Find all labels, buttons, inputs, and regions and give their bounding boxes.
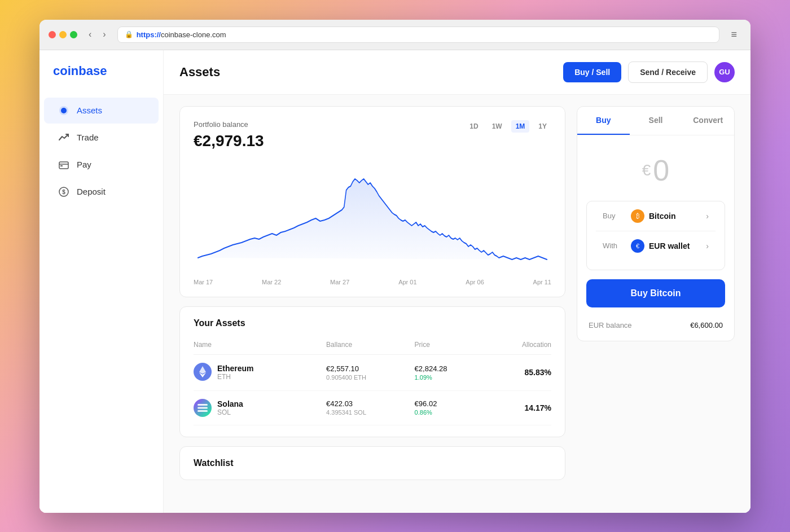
chart-label-0: Mar 17 (194, 279, 213, 285)
time-filter-1d[interactable]: 1D (465, 120, 482, 133)
eur-balance-label: EUR balance (589, 321, 632, 329)
svg-rect-9 (198, 407, 208, 408)
back-button[interactable]: ‹ (84, 27, 96, 42)
eth-name: Ethereum (217, 364, 254, 373)
sol-name: Solana (217, 399, 243, 408)
minimize-button[interactable] (59, 31, 67, 38)
table-row[interactable]: Ethereum ETH €2,557.10 0.905400 ETH (194, 354, 551, 390)
trade-icon (58, 131, 70, 144)
forward-button[interactable]: › (98, 27, 110, 42)
eth-price-change: 1.09% (415, 374, 487, 381)
trade-selectors: Buy ₿ Bitcoin › With € (586, 201, 725, 270)
chart-label-4: Apr 06 (466, 279, 484, 285)
buy-bitcoin-button[interactable]: Buy Bitcoin (586, 279, 725, 307)
svg-point-1 (61, 108, 67, 113)
content-area: Portfolio balance €2,979.13 1D 1W 1M 1Y (164, 95, 750, 491)
buy-selector[interactable]: Buy ₿ Bitcoin › (596, 201, 716, 231)
header-actions: Buy / Sell Send / Receive GU (563, 61, 735, 83)
time-filter-1w[interactable]: 1W (488, 120, 507, 133)
main-header: Assets Buy / Sell Send / Receive GU (164, 50, 750, 95)
sol-symbol: SOL (217, 408, 243, 416)
sol-balance-crypto: 4.395341 SOL (326, 409, 415, 416)
eth-balance-crypto: 0.905400 ETH (326, 374, 415, 381)
portfolio-card: Portfolio balance €2,979.13 1D 1W 1M 1Y (179, 106, 565, 297)
with-selector[interactable]: With € EUR wallet › (596, 231, 716, 261)
chart-label-3: Apr 01 (398, 279, 416, 285)
buy-sell-button[interactable]: Buy / Sell (563, 62, 621, 82)
sol-allocation: 14.17% (525, 403, 551, 412)
sidebar-pay-label: Pay (77, 160, 91, 169)
col-price: Price (415, 337, 487, 355)
close-button[interactable] (49, 31, 56, 38)
sidebar-item-deposit[interactable]: $ Deposit (44, 179, 159, 205)
watchlist-title: Watchlist (194, 458, 551, 468)
with-label: With (603, 241, 631, 250)
eth-allocation: 85.83% (525, 368, 551, 377)
chevron-right-icon-2: › (706, 241, 709, 250)
tab-sell[interactable]: Sell (630, 107, 682, 135)
sidebar-item-assets[interactable]: Assets (44, 98, 159, 124)
sidebar-item-trade[interactable]: Trade (44, 125, 159, 151)
lock-icon: 🔒 (125, 30, 133, 38)
sol-name-cell: Solana SOL (194, 390, 326, 425)
tab-convert[interactable]: Convert (682, 107, 734, 135)
chart-labels: Mar 17 Mar 22 Mar 27 Apr 01 Apr 06 Apr 1… (194, 274, 551, 285)
buy-selector-content: ₿ Bitcoin (631, 209, 706, 223)
time-filter-1y[interactable]: 1Y (534, 120, 551, 133)
eth-balance: €2,557.10 (326, 364, 415, 373)
svg-rect-8 (198, 404, 208, 406)
amount-currency: € (642, 161, 651, 179)
send-receive-button[interactable]: Send / Receive (628, 61, 708, 83)
assets-card: Your Assets Name Ballance Price Allocati… (179, 306, 565, 437)
browser-window: ‹ › 🔒 https://coinbase-clone.com ≡ coinb… (40, 20, 750, 513)
portfolio-label: Portfolio balance (194, 120, 264, 129)
eth-icon (194, 363, 212, 382)
sol-icon (194, 399, 212, 417)
fullscreen-button[interactable] (70, 31, 77, 38)
assets-icon (58, 104, 70, 117)
buy-asset-name: Bitcoin (649, 212, 675, 221)
table-row[interactable]: Solana SOL €422.03 4.395341 SOL (194, 390, 551, 425)
col-name: Name (194, 337, 326, 355)
portfolio-info: Portfolio balance €2,979.13 (194, 120, 264, 150)
sidebar-logo: coinbase (40, 64, 163, 96)
app-body: coinbase Assets Trade (40, 50, 750, 513)
eth-name-cell: Ethereum ETH (194, 354, 326, 390)
with-asset-name: EUR wallet (649, 241, 690, 250)
sol-price-change: 0.86% (415, 409, 487, 416)
portfolio-value: €2,979.13 (194, 132, 264, 150)
svg-rect-4 (60, 165, 63, 166)
pay-icon (58, 159, 70, 171)
deposit-icon: $ (58, 186, 70, 198)
menu-button[interactable]: ≡ (726, 27, 741, 43)
sol-balance-cell: €422.03 4.395341 SOL (326, 390, 415, 425)
trade-tabs: Buy Sell Convert (577, 107, 734, 135)
sol-allocation-cell: 14.17% (486, 390, 551, 425)
nav-buttons: ‹ › (84, 27, 111, 42)
chevron-right-icon: › (706, 212, 709, 221)
sidebar-trade-label: Trade (77, 133, 99, 142)
left-panel: Portfolio balance €2,979.13 1D 1W 1M 1Y (179, 106, 565, 480)
chart-label-1: Mar 22 (262, 279, 281, 285)
sidebar: coinbase Assets Trade (40, 50, 164, 513)
chart-label-5: Apr 11 (533, 279, 551, 285)
sol-price-cell: €96.02 0.86% (415, 390, 487, 425)
address-bar[interactable]: 🔒 https://coinbase-clone.com (117, 27, 720, 43)
portfolio-header: Portfolio balance €2,979.13 1D 1W 1M 1Y (194, 120, 551, 150)
avatar[interactable]: GU (714, 62, 735, 82)
url-display: https://coinbase-clone.com (137, 30, 226, 39)
sol-balance: €422.03 (326, 399, 415, 408)
right-panel: Buy Sell Convert € 0 Buy (577, 106, 735, 480)
sidebar-assets-label: Assets (77, 105, 102, 115)
trade-card: Buy Sell Convert € 0 Buy (577, 106, 735, 341)
with-selector-content: € EUR wallet (631, 239, 706, 253)
buy-label: Buy (603, 212, 631, 220)
sidebar-item-pay[interactable]: Pay (44, 152, 159, 178)
svg-rect-2 (59, 162, 68, 169)
time-filter-1m[interactable]: 1M (511, 120, 530, 133)
portfolio-chart (194, 159, 551, 272)
amount-value: 0 (653, 153, 669, 187)
tab-buy[interactable]: Buy (577, 107, 630, 135)
assets-title: Your Assets (194, 318, 551, 328)
trade-amount-display: € 0 (577, 135, 734, 201)
